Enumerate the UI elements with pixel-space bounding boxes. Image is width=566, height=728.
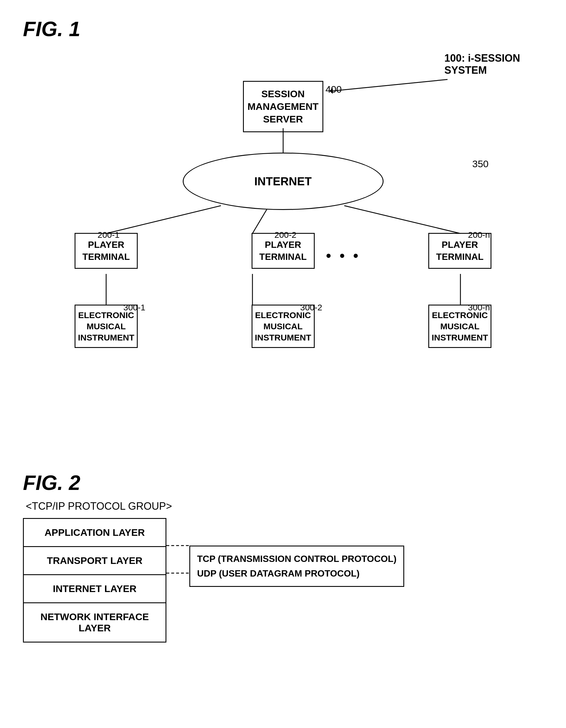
transport-layer: TRANSPORT LAYER [24,547,166,575]
terminal-n-id: 200-n [468,230,490,240]
terminal-1-id: 200-1 [98,230,120,240]
internet-ellipse: INTERNET [183,153,384,210]
protocol-box: TCP (TRANSMISSION CONTROL PROTOCOL) UDP … [189,546,404,587]
fig1-diagram: 100: i-SESSION SYSTEM 400 SESSIONMANAGEM… [23,46,543,448]
instrument-2-id: 300-2 [300,303,322,312]
system-name: SYSTEM [444,64,520,76]
udp-label: UDP (USER DATAGRAM PROTOCOL) [197,566,396,581]
internet-label: INTERNET [254,175,312,188]
internet-layer: INTERNET LAYER [24,575,166,603]
application-layer: APPLICATION LAYER [24,519,166,547]
instrument-1-id: 300-1 [123,303,145,312]
protocol-box-wrapper: TCP (TRANSMISSION CONTROL PROTOCOL) UDP … [189,546,404,587]
instrument-n-id: 300-n [468,303,490,312]
fig2-layout: APPLICATION LAYER TRANSPORT LAYER INTERN… [23,518,543,643]
network-interface-layer: NETWORK INTERFACE LAYER [24,603,166,642]
terminal-2-id: 200-2 [275,230,297,240]
svg-line-3 [344,206,460,233]
fig1-label: FIG. 1 [23,17,543,41]
svg-line-7 [333,79,448,91]
layers-box: APPLICATION LAYER TRANSPORT LAYER INTERN… [23,518,166,643]
system-label: 100: i-SESSION SYSTEM [444,52,520,76]
sms-text: SESSIONMANAGEMENTSERVER [248,88,318,124]
system-id: 100: i-SESSION [444,52,520,64]
internet-id-label: 350 [472,158,489,170]
fig2-label: FIG. 2 [23,471,543,495]
tcpip-group-label: <TCP/IP PROTOCOL GROUP> [26,500,543,512]
dots: • • • [326,247,361,264]
svg-line-2 [252,209,267,233]
tcp-label: TCP (TRANSMISSION CONTROL PROTOCOL) [197,552,396,566]
sms-box: SESSIONMANAGEMENTSERVER [243,81,323,132]
svg-line-1 [106,206,221,233]
sms-id-label: 400 [326,84,342,95]
fig2-diagram: <TCP/IP PROTOCOL GROUP> APPLICATION LAYE… [23,500,543,643]
